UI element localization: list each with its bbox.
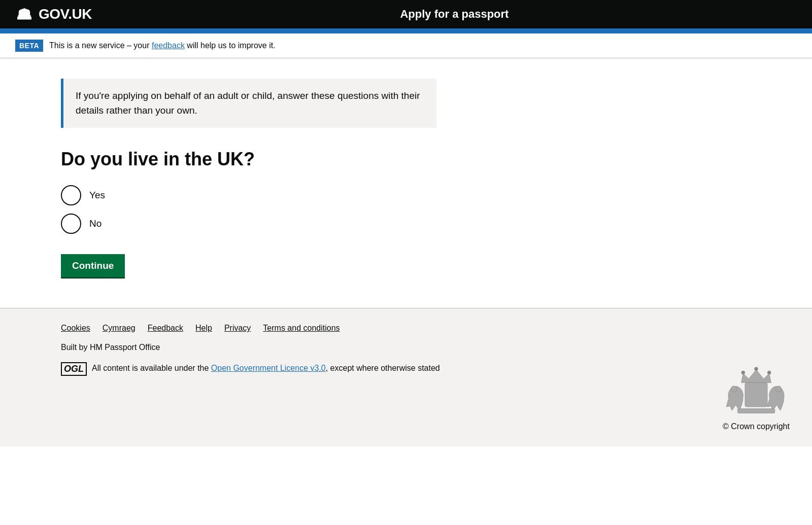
crown-crest-icon	[716, 362, 797, 418]
radio-no[interactable]	[61, 214, 81, 234]
beta-tag: BETA	[15, 40, 43, 52]
footer-ogl: OGL All content is available under the O…	[61, 362, 440, 376]
service-name: Apply for a passport	[112, 8, 797, 21]
svg-point-12	[775, 386, 782, 392]
gov-uk-text: GOV.UK	[39, 6, 92, 22]
radio-no-label: No	[89, 218, 101, 229]
site-header: GOV.UK Apply for a passport	[0, 0, 812, 28]
radio-yes-label: Yes	[89, 190, 105, 201]
crown-icon	[15, 6, 33, 22]
footer-nav: Cookies Cymraeg Feedback Help Privacy Te…	[61, 324, 797, 333]
ogl-link[interactable]: Open Government Licence v3.0	[211, 364, 326, 372]
footer-built-by: Built by HM Passport Office	[61, 343, 797, 352]
footer-link-cymraeg[interactable]: Cymraeg	[103, 324, 136, 333]
svg-point-4	[28, 10, 29, 11]
ogl-logo: OGL	[61, 362, 87, 376]
footer-bottom: OGL All content is available under the O…	[61, 362, 797, 431]
svg-point-6	[741, 371, 745, 374]
radio-yes[interactable]	[61, 185, 81, 205]
info-box: If you're applying on behalf of an adult…	[61, 79, 436, 128]
svg-point-10	[731, 386, 737, 392]
beta-text-before: This is a new service – your	[49, 41, 152, 50]
main-content: If you're applying on behalf of an adult…	[0, 58, 487, 308]
footer: Cookies Cymraeg Feedback Help Privacy Te…	[0, 308, 812, 446]
svg-point-7	[754, 367, 758, 371]
footer-link-help[interactable]: Help	[195, 324, 212, 333]
blue-bar	[0, 28, 812, 33]
beta-banner: BETA This is a new service – your feedba…	[0, 33, 812, 58]
continue-button[interactable]: Continue	[61, 254, 125, 277]
footer-link-privacy[interactable]: Privacy	[224, 324, 251, 333]
question-heading: Do you live in the UK?	[61, 148, 472, 170]
svg-point-3	[24, 8, 25, 10]
crown-copyright: © Crown copyright	[716, 362, 797, 431]
beta-feedback-link[interactable]: feedback	[152, 41, 185, 50]
svg-rect-13	[737, 409, 774, 413]
beta-text: This is a new service – your feedback wi…	[49, 41, 276, 50]
svg-point-8	[767, 371, 771, 374]
svg-rect-0	[18, 15, 30, 17]
radio-group: Yes No	[61, 185, 472, 234]
ogl-text-after: , except where otherwise stated	[326, 364, 440, 372]
footer-link-terms[interactable]: Terms and conditions	[263, 324, 340, 333]
gov-uk-logo[interactable]: GOV.UK	[15, 6, 92, 22]
beta-text-after: will help us to improve it.	[185, 41, 276, 50]
footer-link-feedback[interactable]: Feedback	[148, 324, 183, 333]
info-box-text: If you're applying on behalf of an adult…	[76, 89, 424, 118]
ogl-text: All content is available under the Open …	[92, 362, 440, 374]
svg-point-2	[19, 10, 21, 11]
footer-link-cookies[interactable]: Cookies	[61, 324, 90, 333]
crown-copyright-text: © Crown copyright	[723, 422, 790, 431]
radio-item-no[interactable]: No	[61, 214, 472, 234]
radio-item-yes[interactable]: Yes	[61, 185, 472, 205]
svg-rect-5	[745, 383, 767, 407]
svg-rect-1	[17, 17, 31, 19]
ogl-text-before: All content is available under the	[92, 364, 211, 372]
